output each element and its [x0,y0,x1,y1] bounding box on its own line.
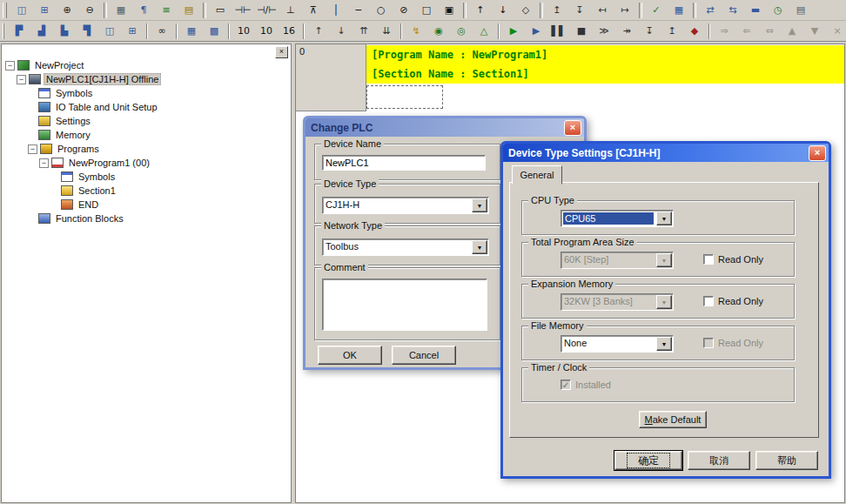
next-rung-icon[interactable]: ↓ [331,22,352,40]
program-check-icon[interactable]: ✓ [646,1,667,19]
compile-all-icon[interactable]: ▩ [204,22,225,40]
editor-cursor-cell[interactable] [366,85,443,109]
new-closed-coil-icon[interactable]: ⊘ [393,1,414,19]
tree-item-end[interactable]: END [2,198,291,212]
pause-monitoring-icon[interactable]: ◎ [451,22,472,40]
pause-mode-icon[interactable]: ▌▌ [548,22,569,40]
differentiate-down-icon[interactable]: ↓ [493,1,514,19]
tree-item-io-table[interactable]: IO Table and Unit Setup [2,100,291,114]
file-memory-combobox[interactable]: None ▼ [561,335,674,353]
device-settings-titlebar[interactable]: Device Type Settings [CJ1H-H] × [503,144,829,162]
force-cancel-icon[interactable]: × [827,22,846,40]
compile-icon[interactable]: ▦ [181,22,202,40]
device-type-dropdown-icon[interactable]: ▼ [472,198,487,212]
make-default-button[interactable]: Make Default [639,411,707,428]
tree-item-new-program1[interactable]: −NewProgram1 (00) [2,156,291,170]
options-icon[interactable]: ▤ [790,1,811,19]
view-pane-right-icon[interactable]: ▜ [77,22,97,40]
step-in-icon[interactable]: ↧ [639,22,660,40]
browse-icon[interactable]: ▦ [668,1,689,19]
transfer-to-plc-icon[interactable]: ⇒ [714,22,735,40]
comment-input[interactable] [322,279,487,331]
line-down-icon[interactable]: ↧ [569,1,590,19]
output-window-icon[interactable]: ▬ [745,1,766,19]
horizontal-line-icon[interactable]: ─ [348,1,369,19]
tree-item-function-blocks[interactable]: Function Blocks [2,212,291,225]
zoom-in-icon[interactable]: ⊕ [57,1,77,19]
cancel-button[interactable]: Cancel [392,346,456,365]
previous-rung-icon[interactable]: ↑ [308,22,329,40]
device-name-input[interactable] [322,155,486,171]
zoom-out-icon[interactable]: ⊖ [79,1,100,19]
device-settings-cancel-button[interactable]: 取消 [688,451,750,470]
tree-item-settings[interactable]: Settings [2,114,291,128]
monitor-binary-icon[interactable]: 10 [233,22,254,40]
pane-toggle-icon[interactable]: ◫ [11,1,32,19]
continuous-step-icon[interactable]: ↠ [616,22,637,40]
view-split-icon[interactable]: ◫ [99,22,120,40]
work-online-icon[interactable]: ↯ [406,22,426,40]
next-jump-icon[interactable]: ⇊ [376,22,397,40]
program-area-read-only-checkbox[interactable]: Read Only [703,254,763,265]
view-pane-bottom-icon[interactable]: ▟ [31,22,52,40]
selection-tool-icon[interactable]: ▭ [210,1,231,19]
show-annotations-icon[interactable]: ▤ [178,1,199,19]
tree-item-symbols[interactable]: Symbols [2,86,291,100]
ok-button[interactable]: OK [318,346,382,365]
change-plc-titlebar[interactable]: Change PLC × [306,118,584,137]
confirm-button[interactable]: 确定 [614,451,682,470]
line-left-icon[interactable]: ↤ [592,1,613,19]
program-mode-icon[interactable]: ■ [571,22,592,40]
cpu-type-combobox[interactable]: CPU65 ▼ [561,210,674,227]
workspace-close-button[interactable]: × [275,46,288,58]
function-block-icon[interactable]: ▣ [439,1,460,19]
new-contact-icon[interactable]: ⊣⊢ [232,1,253,19]
change-plc-close-icon[interactable]: × [564,120,581,136]
vertical-line-icon[interactable]: │ [326,1,346,19]
expansion-memory-read-only-box[interactable] [703,296,714,306]
wrap-rungs-icon[interactable]: ¶ [133,1,154,19]
cross-reference-icon[interactable]: ⇄ [700,1,721,19]
tree-item-section1[interactable]: Section1 [2,184,291,198]
invert-icon[interactable]: ◇ [515,1,536,19]
watch-window-icon[interactable]: ◷ [768,1,789,19]
tree-item-programs[interactable]: −Programs [2,142,291,156]
program-area-read-only-box[interactable] [703,254,714,265]
run-mode-icon[interactable]: ▶ [503,22,524,40]
device-settings-close-icon[interactable]: × [809,145,826,161]
expansion-memory-read-only-checkbox[interactable]: Read Only [703,296,763,306]
monitor-decimal-icon[interactable]: 10 [256,22,277,40]
new-closed-contact-icon[interactable]: ⊣/⊢ [255,1,279,19]
grid-icon[interactable]: ▦ [111,1,131,19]
show-comments-icon[interactable]: ≡ [156,1,177,19]
file-memory-dropdown-icon[interactable]: ▼ [656,337,672,351]
tree-item-new-project[interactable]: −NewProject [2,58,291,72]
device-type-combobox[interactable]: CJ1H-H ▼ [322,197,489,214]
view-pane-top-icon[interactable]: ▛ [9,22,30,40]
tree-item-memory[interactable]: Memory [2,128,291,142]
previous-jump-icon[interactable]: ⇈ [353,22,374,40]
tree-expander-icon[interactable]: − [39,158,49,168]
transfer-from-plc-icon[interactable]: ⇐ [736,22,757,40]
project-window-icon[interactable]: ⊞ [34,1,55,19]
line-up-icon[interactable]: ↥ [547,1,567,19]
monitoring-icon[interactable]: ◉ [428,22,449,40]
network-type-combobox[interactable]: Toolbus ▼ [322,239,489,256]
toolbar-grip[interactable] [3,3,7,18]
find-icon[interactable]: ∞ [151,22,172,40]
view-windows-icon[interactable]: ⊞ [122,22,143,40]
tree-expander-icon[interactable]: − [5,61,15,71]
view-pane-left-icon[interactable]: ▙ [54,22,75,40]
tree-item-program-symbols[interactable]: Symbols [2,170,291,184]
toolbar-grip[interactable] [3,24,4,39]
step-out-icon[interactable]: ↥ [661,22,682,40]
new-coil-icon[interactable]: ○ [371,1,392,19]
cpu-type-dropdown-icon[interactable]: ▼ [656,212,672,225]
tab-general[interactable]: General [512,165,562,185]
force-on-icon[interactable]: ▲ [782,22,802,40]
new-closed-or-contact-icon[interactable]: ⊼ [303,1,324,19]
monitor-mode-icon[interactable]: ▶ [526,22,547,40]
help-button[interactable]: 帮助 [755,451,818,470]
differential-monitor-icon[interactable]: △ [473,22,494,40]
new-or-contact-icon[interactable]: ⊥ [280,1,301,19]
